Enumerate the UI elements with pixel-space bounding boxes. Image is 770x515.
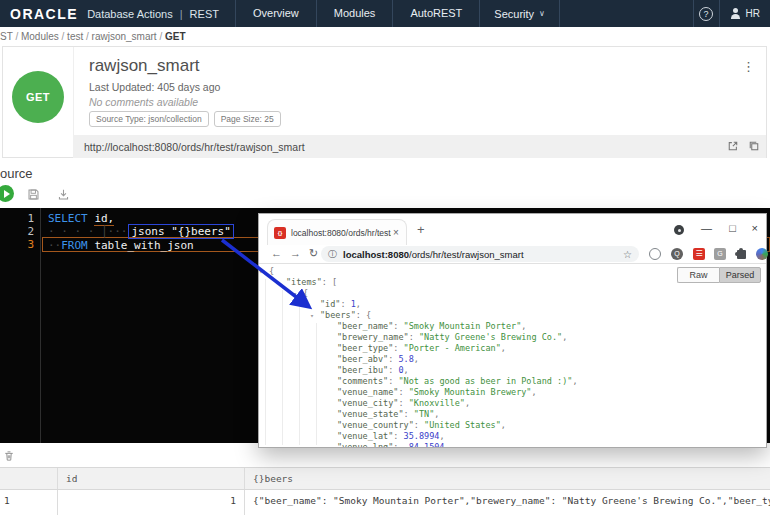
json-line: ▾{ bbox=[269, 288, 766, 299]
json-token: 35.8994 bbox=[404, 431, 440, 441]
window-close-button[interactable]: × bbox=[752, 222, 758, 234]
json-token: { bbox=[303, 288, 308, 298]
extension-clock-icon[interactable] bbox=[649, 248, 661, 260]
help-icon: ? bbox=[699, 7, 713, 21]
json-line: "venue_lat": 35.8994, bbox=[269, 431, 766, 442]
results-header: id {}beers bbox=[0, 467, 770, 490]
extension-q-icon[interactable]: Q bbox=[671, 248, 683, 260]
url-input[interactable]: ⓘ localhost:8080/ords/hr/test/rawjson_sm… bbox=[321, 246, 639, 262]
kebab-menu-icon[interactable]: ⋮ bbox=[742, 60, 755, 73]
user-menu[interactable]: HR bbox=[719, 0, 770, 27]
minimize-button[interactable]: — bbox=[701, 222, 712, 234]
json-favicon: {} bbox=[274, 227, 286, 239]
sql-keyword: SELECT bbox=[48, 212, 88, 225]
app-root: ORACLE Database Actions | REST OverviewM… bbox=[0, 0, 770, 515]
save-button[interactable] bbox=[27, 187, 40, 205]
json-line: "venue_name": "Smoky Mountain Brewery", bbox=[269, 387, 766, 398]
json-token: , bbox=[445, 442, 450, 447]
view-toggle: Raw Parsed bbox=[677, 267, 761, 283]
tab-overview[interactable]: Overview bbox=[235, 0, 316, 27]
tree-collapse-arrow[interactable]: ▾ bbox=[276, 278, 286, 289]
browser-update-badge[interactable] bbox=[674, 225, 684, 235]
source-section-title: ource bbox=[0, 166, 33, 181]
back-icon[interactable]: ← bbox=[271, 247, 282, 259]
tab-autorest[interactable]: AutoREST bbox=[392, 0, 479, 27]
endpoint-url-bar: http://localhost:8080/ords/hr/test/rawjs… bbox=[73, 135, 766, 158]
comments-text: No comments available bbox=[89, 96, 198, 108]
column-header-id[interactable]: id bbox=[58, 468, 245, 489]
json-token: "venue_state" bbox=[337, 409, 404, 419]
new-tab-button[interactable]: + bbox=[417, 222, 425, 237]
json-line: "beer_name": "Smoky Mountain Porter", bbox=[269, 321, 766, 332]
json-token: "Not as good as beer in Poland :)" bbox=[398, 376, 572, 386]
cell-beers[interactable]: {"beer_name": "Smoky Mountain Porter","b… bbox=[245, 490, 770, 515]
json-token: "Porter - American" bbox=[404, 343, 501, 353]
json-token: "beer_ibu" bbox=[337, 365, 388, 375]
json-token: "venue_name" bbox=[337, 387, 398, 397]
json-token: : bbox=[393, 321, 403, 331]
breadcrumb-separator: / bbox=[13, 31, 21, 42]
run-button[interactable] bbox=[0, 185, 14, 202]
last-updated: Last Updated: 405 days ago bbox=[89, 81, 220, 93]
breadcrumb-item[interactable]: rawjson_smart bbox=[92, 31, 157, 42]
method-badge: GET bbox=[12, 71, 64, 123]
json-line: ▾"beers": { bbox=[269, 310, 766, 321]
tree-collapse-arrow[interactable]: ▾ bbox=[293, 289, 303, 300]
cell-id[interactable]: 1 bbox=[58, 490, 245, 515]
sql-table-name: table_with_json bbox=[94, 239, 193, 252]
open-in-new-icon[interactable] bbox=[727, 138, 739, 156]
json-token: : bbox=[388, 365, 398, 375]
column-header-rownum[interactable] bbox=[0, 468, 58, 489]
info-icon[interactable]: ⓘ bbox=[328, 248, 337, 261]
json-token: { bbox=[269, 266, 274, 276]
copy-url-icon[interactable] bbox=[748, 138, 760, 156]
tab-close-icon[interactable]: × bbox=[393, 227, 399, 238]
results-grid: id {}beers 1 1 {"beer_name": "Smoky Moun… bbox=[0, 467, 770, 515]
json-token: "comments" bbox=[337, 376, 388, 386]
parsed-button[interactable]: Parsed bbox=[719, 267, 761, 283]
whitespace-dots: ··· bbox=[108, 225, 128, 238]
puzzle-icon[interactable] bbox=[735, 248, 747, 260]
trash-icon[interactable] bbox=[3, 448, 15, 466]
maximize-button[interactable]: □ bbox=[729, 222, 736, 234]
json-line: "venue_city": "Knoxville", bbox=[269, 398, 766, 409]
cell-rownum[interactable]: 1 bbox=[0, 490, 58, 515]
breadcrumb-item[interactable]: test bbox=[67, 31, 83, 42]
tree-collapse-arrow[interactable]: ▾ bbox=[310, 311, 320, 322]
json-token: : bbox=[404, 409, 414, 419]
json-token: , bbox=[501, 420, 506, 430]
breadcrumb-item[interactable]: ST bbox=[0, 31, 13, 42]
code-line-2: · · · · │···jsons "{}beers" bbox=[48, 225, 234, 238]
nav-section-rest: REST bbox=[190, 8, 219, 20]
tab-security[interactable]: Security ∨ bbox=[479, 0, 560, 27]
json-token: "venue_city" bbox=[337, 398, 398, 408]
resource-badge: Page Size: 25 bbox=[214, 111, 281, 127]
bookmark-star-icon[interactable]: ☆ bbox=[623, 249, 632, 260]
line-number: 2 bbox=[0, 225, 34, 238]
selected-expression: jsons "{}beers" bbox=[128, 224, 233, 239]
browser-tab[interactable]: {} localhost:8080/ords/hr/test/rawjs × bbox=[267, 219, 407, 245]
url-path: /ords/hr/test/rawjson_smart bbox=[409, 249, 524, 260]
help-button[interactable]: ? bbox=[693, 0, 719, 27]
reload-icon[interactable]: ↻ bbox=[309, 247, 318, 260]
table-row[interactable]: 1 1 {"beer_name": "Smoky Mountain Porter… bbox=[0, 490, 770, 515]
module-title: rawjson_smart bbox=[89, 56, 200, 76]
breadcrumb-item[interactable]: Modules bbox=[21, 31, 59, 42]
tab-modules[interactable]: Modules bbox=[316, 0, 393, 27]
json-line: "comments": "Not as good as beer in Pola… bbox=[269, 376, 766, 387]
json-line: "beer_ibu": 0, bbox=[269, 365, 766, 376]
profile-avatar[interactable] bbox=[756, 248, 768, 260]
forward-icon[interactable]: → bbox=[290, 247, 301, 259]
json-token: : bbox=[340, 299, 350, 309]
browser-addressbar: ← → ↻ ⓘ localhost:8080/ords/hr/test/rawj… bbox=[259, 245, 766, 264]
download-button[interactable] bbox=[57, 187, 70, 205]
extension-json-icon[interactable]: ☰ bbox=[693, 248, 705, 260]
breadcrumb-item[interactable]: GET bbox=[165, 31, 186, 42]
column-header-beers[interactable]: {}beers bbox=[245, 468, 770, 489]
json-token: , bbox=[465, 398, 470, 408]
json-token: : bbox=[393, 431, 403, 441]
json-token: 5.8 bbox=[398, 354, 413, 364]
extension-g-icon[interactable]: G bbox=[714, 248, 726, 260]
raw-button[interactable]: Raw bbox=[677, 267, 719, 283]
tree-collapse-arrow[interactable]: ▾ bbox=[259, 267, 269, 278]
